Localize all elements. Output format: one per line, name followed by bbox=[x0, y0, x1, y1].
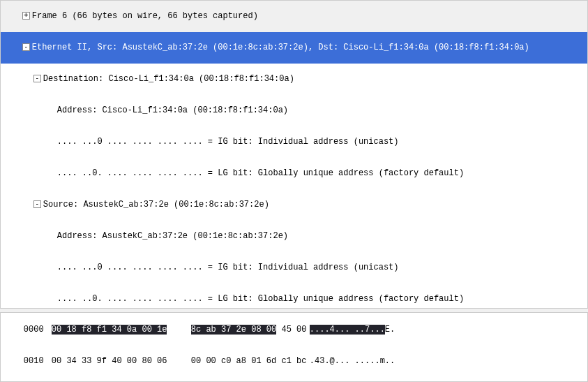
packet-details-tree[interactable]: +Frame 6 (66 bytes on wire, 66 bytes cap… bbox=[0, 0, 588, 308]
hex-ascii: .43.@... .....m.. bbox=[310, 356, 395, 367]
tree-row-destination[interactable]: -Destination: Cisco-Li_f1:34:0a (00:18:f… bbox=[1, 64, 587, 95]
hex-bytes: 45 00 bbox=[276, 325, 306, 335]
tree-row-src-address[interactable]: Address: AsustekC_ab:37:2e (00:1e:8c:ab:… bbox=[1, 221, 587, 252]
hex-bytes-highlighted: 8c ab 37 2e 08 00 bbox=[191, 325, 276, 335]
hex-offset: 0000 bbox=[24, 325, 52, 335]
hex-bytes-highlighted: 00 18 f8 f1 34 0a 00 1e bbox=[52, 325, 167, 335]
expand-icon[interactable]: + bbox=[22, 12, 30, 20]
hex-bytes: 00 00 c0 a8 01 6d c1 bc bbox=[191, 356, 310, 367]
hex-row[interactable]: 000000 18 f8 f1 34 0a 00 1e8c ab 37 2e 0… bbox=[3, 314, 585, 346]
hex-bytes: 00 34 33 9f 40 00 80 06 bbox=[52, 356, 191, 367]
tree-row-src-lg-bit[interactable]: .... ..0. .... .... .... .... = LG bit: … bbox=[1, 284, 587, 308]
tree-label: Destination: Cisco-Li_f1:34:0a (00:18:f8… bbox=[43, 74, 294, 84]
hex-ascii-highlighted: ....4... ..7... bbox=[310, 325, 385, 335]
tree-label: .... ...0 .... .... .... .... = IG bit: … bbox=[57, 263, 399, 272]
tree-label: Address: AsustekC_ab:37:2e (00:1e:8c:ab:… bbox=[57, 231, 288, 241]
hex-offset: 0010 bbox=[24, 356, 52, 367]
tree-row-source[interactable]: -Source: AsustekC_ab:37:2e (00:1e:8c:ab:… bbox=[1, 189, 587, 221]
tree-label: Address: Cisco-Li_f1:34:0a (00:18:f8:f1:… bbox=[57, 105, 288, 115]
tree-row-dest-address[interactable]: Address: Cisco-Li_f1:34:0a (00:18:f8:f1:… bbox=[1, 95, 587, 126]
tree-label: Source: AsustekC_ab:37:2e (00:1e:8c:ab:3… bbox=[43, 200, 269, 210]
tree-label: .... ...0 .... .... .... .... = IG bit: … bbox=[57, 137, 399, 147]
hex-dump-pane[interactable]: 000000 18 f8 f1 34 0a 00 1e8c ab 37 2e 0… bbox=[0, 312, 588, 382]
collapse-icon[interactable]: - bbox=[33, 75, 41, 82]
tree-label: .... ..0. .... .... .... .... = LG bit: … bbox=[57, 294, 464, 304]
tree-row-frame[interactable]: +Frame 6 (66 bytes on wire, 66 bytes cap… bbox=[1, 1, 587, 32]
tree-row-ethernet[interactable]: -Ethernet II, Src: AsustekC_ab:37:2e (00… bbox=[1, 32, 587, 64]
tree-label: .... ..0. .... .... .... .... = LG bit: … bbox=[57, 168, 464, 178]
tree-row-dest-ig-bit[interactable]: .... ...0 .... .... .... .... = IG bit: … bbox=[1, 126, 587, 158]
hex-row[interactable]: 00208d 3b c3 43 00 6e 45 2ac1 07 00 00 0… bbox=[3, 377, 585, 382]
collapse-icon[interactable]: - bbox=[33, 200, 41, 208]
tree-label: Frame 6 (66 bytes on wire, 66 bytes capt… bbox=[32, 11, 258, 21]
tree-label: Ethernet II, Src: AsustekC_ab:37:2e (00:… bbox=[32, 43, 529, 52]
tree-row-src-ig-bit[interactable]: .... ...0 .... .... .... .... = IG bit: … bbox=[1, 252, 587, 284]
hex-ascii: E. bbox=[385, 325, 395, 335]
tree-row-dest-lg-bit[interactable]: .... ..0. .... .... .... .... = LG bit: … bbox=[1, 158, 587, 189]
hex-row[interactable]: 001000 34 33 9f 40 00 80 0600 00 c0 a8 0… bbox=[3, 346, 585, 377]
collapse-icon[interactable]: - bbox=[22, 43, 30, 51]
